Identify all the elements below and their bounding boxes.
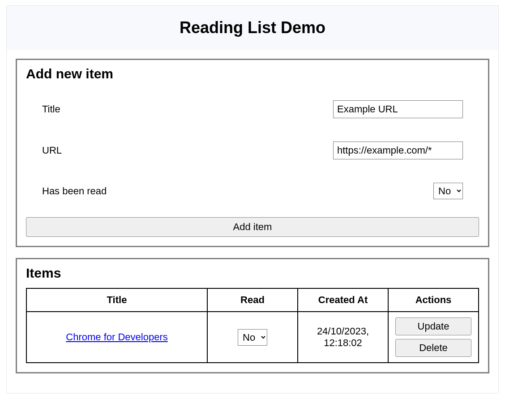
cell-read: No Yes — [207, 312, 298, 363]
items-heading: Items — [26, 266, 479, 281]
app-container: Reading List Demo Add new item Title URL… — [6, 5, 499, 394]
column-header-created: Created At — [298, 288, 388, 312]
update-button[interactable]: Update — [395, 317, 471, 335]
cell-title: Chrome for Developers — [26, 312, 207, 363]
has-read-label: Has been read — [42, 185, 107, 197]
column-header-title: Title — [26, 288, 207, 312]
items-table-header-row: Title Read Created At Actions — [26, 288, 479, 312]
cell-created: 24/10/2023, 12:18:02 — [298, 312, 388, 363]
title-label: Title — [42, 103, 60, 115]
table-row: Chrome for Developers No Yes 24/10/2023,… — [26, 312, 479, 363]
add-item-form: Title URL Has been read No Yes — [26, 89, 479, 211]
column-header-actions: Actions — [388, 288, 479, 312]
add-item-panel: Add new item Title URL Has been read No … — [16, 59, 489, 247]
url-row: URL — [42, 130, 463, 171]
cell-actions: Update Delete — [388, 312, 479, 363]
url-label: URL — [42, 145, 62, 156]
content-area: Add new item Title URL Has been read No … — [7, 50, 498, 393]
add-item-heading: Add new item — [26, 66, 479, 81]
app-header: Reading List Demo — [7, 6, 498, 50]
items-table: Title Read Created At Actions Chrome for… — [26, 288, 479, 363]
title-input[interactable] — [333, 100, 463, 118]
column-header-read: Read — [207, 288, 298, 312]
title-row: Title — [42, 89, 463, 130]
has-read-select[interactable]: No Yes — [433, 183, 463, 199]
has-read-row: Has been read No Yes — [42, 171, 463, 211]
url-input[interactable] — [333, 141, 463, 159]
row-read-select[interactable]: No Yes — [238, 329, 267, 346]
page-title: Reading List Demo — [7, 18, 498, 37]
item-title-link[interactable]: Chrome for Developers — [66, 331, 167, 343]
delete-button[interactable]: Delete — [395, 339, 471, 357]
items-panel: Items Title Read Created At Actions Chro… — [16, 258, 489, 373]
add-item-button[interactable]: Add item — [26, 217, 479, 237]
